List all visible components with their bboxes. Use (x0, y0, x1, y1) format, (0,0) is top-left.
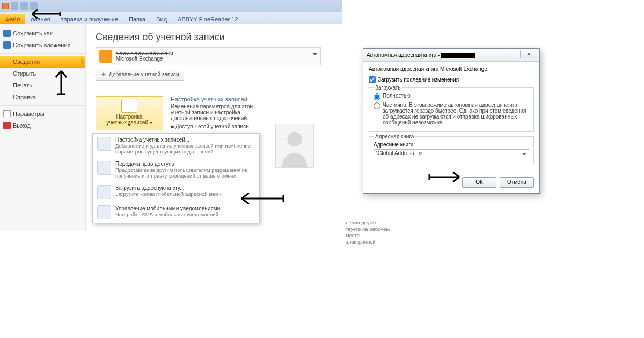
address-books-value: \Global Address List (376, 150, 424, 156)
nav-print[interactable]: Печать (0, 79, 85, 91)
account-settings-menu: Настройка учетных записей...Добавление и… (92, 133, 260, 223)
address-book-legend: Адресная книга (374, 134, 415, 139)
address-book-fieldset: Адресная книга Адресные книги: \Global A… (369, 136, 534, 164)
account-settings-label1: Настройка (96, 114, 163, 120)
account-settings-icon (121, 99, 137, 113)
account-service: Microsoft Exchange (116, 56, 163, 62)
exit-icon (3, 122, 11, 129)
save-icon[interactable] (11, 2, 18, 10)
radio-full-label: Полностью (383, 93, 529, 99)
nav-exit[interactable]: Выход (0, 120, 85, 131)
download-changes-label: Загрузить последние изменения (378, 77, 459, 83)
nav-save-attachments[interactable]: Сохранить вложения (0, 39, 85, 51)
accounts-icon (97, 137, 111, 151)
nav-help[interactable]: Справка (0, 91, 85, 103)
load-fieldset: Загружать Полностью Частично. В этом реж… (369, 87, 534, 132)
account-settings-button[interactable]: Настройка учетных записей ▾ (96, 96, 163, 130)
chevron-down-icon (522, 153, 526, 157)
options-icon (3, 110, 11, 117)
dialog-title-bar: Автономная адресная книга - ✕ (363, 49, 539, 62)
tab-view[interactable]: Вид (151, 14, 172, 24)
menu-item-account-settings[interactable]: Настройка учетных записей...Добавление и… (93, 134, 259, 158)
radio-partial-label: Частично. В этом режиме автономная адрес… (383, 102, 529, 126)
save-attach-icon (3, 41, 11, 49)
backstage-nav: Сохранить как Сохранить вложения Сведени… (0, 24, 86, 231)
obscured-text: ления других твуете на рабочем месте эле… (346, 219, 426, 245)
address-books-combo[interactable]: \Global Address List (374, 149, 529, 159)
account-icon (99, 50, 112, 63)
account-selector[interactable]: xxxxxxxxxxxxxxru Microsoft Exchange (96, 47, 321, 65)
menu-item-delegate-access[interactable]: Передача прав доступаПредоставление друг… (93, 158, 259, 182)
account-email-redacted: xxxxxxxxxxxxxx (116, 50, 169, 56)
plus-icon: ＋ (100, 70, 107, 79)
tab-sendreceive[interactable]: тправка и получение (56, 14, 123, 24)
account-settings-description: Настройка учетных записей Изменение пара… (171, 96, 253, 130)
dialog-title-text: Автономная адресная книга - (367, 52, 440, 58)
save-as-icon (3, 30, 11, 37)
svg-point-0 (287, 132, 302, 146)
mobile-icon (97, 205, 111, 219)
radio-partial[interactable] (374, 102, 380, 109)
chevron-down-icon (313, 53, 317, 57)
address-book-icon (97, 185, 111, 199)
address-books-label: Адресные книги: (374, 142, 529, 148)
chevron-down-icon (128, 124, 131, 128)
download-changes-checkbox[interactable]: Загрузить последние изменения (369, 76, 534, 83)
tab-folder[interactable]: Папка (123, 14, 151, 24)
radio-partial-row[interactable]: Частично. В этом режиме автономная адрес… (374, 102, 529, 126)
nav-open[interactable]: Открыть (0, 68, 85, 79)
nav-separator (0, 105, 85, 106)
redacted-text (441, 53, 475, 58)
page-title: Сведения об учетной записи (96, 32, 332, 43)
radio-full[interactable] (374, 93, 380, 100)
outlook-brand-icon (2, 3, 9, 9)
cancel-button[interactable]: Отмена (500, 177, 534, 188)
add-account-button[interactable]: ＋ Добавление учетной записи (96, 68, 184, 81)
annotation-arrow-download-book (234, 190, 288, 208)
delegate-icon (97, 161, 111, 175)
user-avatar-placeholder (275, 124, 314, 168)
account-text: xxxxxxxxxxxxxxru Microsoft Exchange (116, 50, 173, 62)
annotation-arrow-file-tab (21, 8, 64, 24)
add-account-label: Добавление учетной записи (109, 71, 179, 77)
outlook-backstage-window: Файл лавная тправка и получение Папка Ви… (0, 0, 342, 231)
annotation-arrow-info-nav (50, 65, 72, 98)
close-button[interactable]: ✕ (520, 50, 537, 58)
load-legend: Загружать (374, 85, 402, 91)
nav-options[interactable]: Параметры (0, 108, 85, 120)
tab-abbyy[interactable]: ABBYY FineReader 12 (172, 14, 243, 24)
nav-separator (0, 53, 85, 54)
nav-save-as[interactable]: Сохранить как (0, 27, 85, 39)
nav-info[interactable]: Сведения (0, 56, 85, 68)
radio-full-row[interactable]: Полностью (374, 93, 529, 100)
download-changes-input[interactable] (369, 76, 376, 83)
dialog-subtitle: Автономная адресная книга Microsoft Exch… (369, 66, 534, 72)
annotation-arrow-ok-button (426, 170, 468, 186)
